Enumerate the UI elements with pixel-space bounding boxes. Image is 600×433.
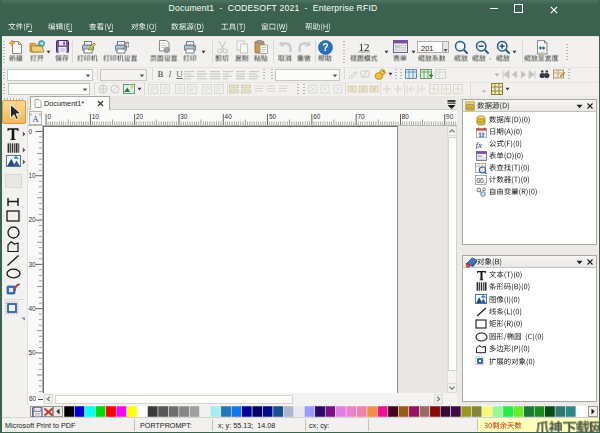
- svg-text:10: 10: [92, 113, 100, 120]
- svg-text:12: 12: [478, 131, 484, 137]
- svg-text:50: 50: [29, 349, 37, 356]
- svg-text:50: 50: [269, 113, 277, 120]
- svg-text:12: 12: [359, 41, 370, 53]
- svg-text:A: A: [32, 114, 39, 124]
- svg-text:40: 40: [225, 113, 233, 120]
- svg-text:40: 40: [29, 305, 37, 312]
- svg-text:70: 70: [358, 113, 366, 120]
- svg-text:80: 80: [402, 113, 410, 120]
- svg-text:30: 30: [180, 113, 188, 120]
- svg-text:90: 90: [446, 113, 454, 120]
- svg-text:20: 20: [136, 113, 144, 120]
- svg-text:0: 0: [29, 128, 33, 135]
- svg-text:?: ?: [322, 41, 328, 53]
- svg-text:10: 10: [29, 172, 37, 179]
- svg-text:fx: fx: [476, 139, 483, 149]
- svg-text:00,: 00,: [476, 177, 485, 184]
- svg-text:60: 60: [313, 113, 321, 120]
- svg-text:20: 20: [29, 216, 37, 223]
- svg-text:0: 0: [47, 113, 51, 120]
- svg-text:30: 30: [29, 261, 37, 268]
